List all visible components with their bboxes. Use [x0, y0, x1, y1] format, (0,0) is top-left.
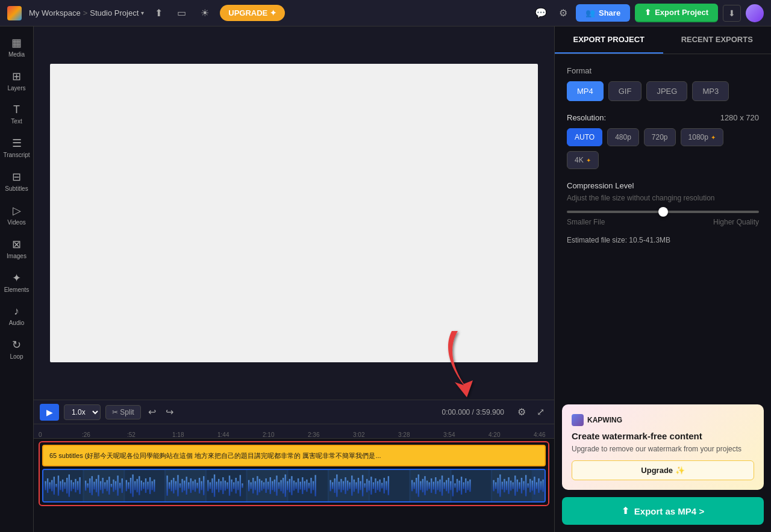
svg-rect-174: [448, 478, 449, 493]
svg-rect-99: [252, 478, 254, 493]
undo-button[interactable]: ↩: [146, 404, 158, 420]
tab-recent-exports[interactable]: RECENT EXPORTS: [663, 26, 772, 54]
res-4k-button[interactable]: 4K ✦: [567, 151, 599, 169]
svg-rect-184: [469, 480, 470, 492]
sidebar-item-subtitles[interactable]: ⊟ Subtitles: [2, 165, 32, 197]
resolution-buttons: AUTO 480p 720p 1080p ✦ 4K ✦: [567, 128, 759, 169]
svg-rect-65: [173, 478, 174, 493]
svg-rect-157: [411, 480, 413, 492]
svg-rect-151: [377, 481, 378, 490]
sidebar-item-elements[interactable]: ✦ Elements: [2, 267, 32, 298]
ruler-tick-11: 4:46: [534, 431, 545, 438]
sidebar-item-text[interactable]: T Text: [2, 99, 32, 129]
play-button[interactable]: ▶: [40, 404, 59, 421]
workspace-name[interactable]: My Workspace: [29, 8, 81, 17]
tab-export-project[interactable]: EXPORT PROJECT: [555, 26, 663, 54]
svg-rect-144: [362, 475, 363, 496]
subtitle-track[interactable]: 65 subtitles (好那今天呢呢各位同學能夠站在這個 地方來把自己的題目…: [42, 445, 546, 466]
smaller-file-label: Smaller File: [567, 218, 605, 226]
app-logo: [7, 6, 22, 20]
upgrade-button[interactable]: UPGRADE ✦: [220, 5, 285, 21]
format-mp3-button[interactable]: MP3: [692, 81, 729, 101]
res-auto-button[interactable]: AUTO: [567, 128, 602, 146]
sidebar-item-images[interactable]: ⊠ Images: [2, 233, 32, 264]
comment-icon[interactable]: 💬: [531, 4, 551, 22]
svg-rect-37: [100, 481, 101, 490]
sidebar-item-label: Text: [11, 118, 22, 125]
timeline-tracks: 65 subtitles (好那今天呢呢各位同學能夠站在這個 地方來把自己的題目…: [34, 439, 554, 532]
sidebar: ▦ Media ⊞ Layers T Text ☰ Transcript ⊟ S…: [0, 26, 34, 532]
timeline-expand-icon[interactable]: ⤢: [533, 403, 548, 421]
sidebar-item-videos[interactable]: ▷ Videos: [2, 199, 32, 230]
sidebar-item-loop[interactable]: ↻ Loop: [2, 333, 32, 365]
share-from-topbar-icon[interactable]: ⬆: [151, 4, 166, 22]
svg-rect-176: [452, 475, 454, 496]
share-button[interactable]: 👥 Share: [576, 4, 630, 22]
kapwing-logo-mark: [572, 414, 584, 426]
timeline-toolbar: ▶ 1.0x ✂ Split ↩ ↪ 0:00.000 / 3:59.900 ⚙: [34, 400, 554, 424]
svg-rect-186: [495, 482, 496, 489]
canvas-area: [34, 26, 554, 400]
svg-rect-64: [171, 480, 172, 492]
svg-rect-13: [45, 481, 46, 490]
svg-rect-70: [184, 481, 185, 491]
svg-rect-192: [508, 477, 509, 494]
timeline-settings-icon[interactable]: ⚙: [514, 403, 529, 421]
sidebar-item-layers[interactable]: ⊞ Layers: [2, 65, 32, 96]
format-gif-button[interactable]: GIF: [608, 81, 642, 101]
svg-rect-63: [169, 482, 170, 489]
svg-rect-51: [132, 474, 133, 496]
svg-rect-187: [498, 478, 499, 493]
sun-icon[interactable]: ☀: [197, 4, 213, 22]
promo-logo: KAPWING: [572, 414, 754, 426]
svg-rect-54: [139, 476, 140, 495]
export-tabs: EXPORT PROJECT RECENT EXPORTS: [555, 26, 771, 54]
download-button[interactable]: ⬇: [723, 5, 741, 22]
redo-button[interactable]: ↪: [163, 404, 176, 420]
format-jpeg-button[interactable]: JPEG: [646, 81, 687, 101]
presentation-icon[interactable]: ▭: [173, 4, 190, 22]
res-480p-button[interactable]: 480p: [607, 128, 639, 146]
svg-rect-98: [250, 482, 251, 489]
svg-rect-30: [85, 481, 86, 491]
export-as-mp4-button[interactable]: ⬆ Export as MP4 >: [562, 497, 764, 525]
svg-rect-21: [62, 480, 63, 492]
sidebar-item-audio[interactable]: ♪ Audio: [2, 300, 32, 331]
slider-thumb[interactable]: [658, 207, 668, 217]
ruler-tick-4: 1:44: [217, 431, 229, 438]
upgrade-promo-button[interactable]: Upgrade ✨: [572, 460, 754, 480]
svg-rect-66: [175, 481, 176, 490]
svg-rect-131: [334, 478, 336, 493]
res-1080p-button[interactable]: 1080p ✦: [681, 128, 723, 146]
export-project-button[interactable]: ⬆ Export Project: [635, 4, 718, 22]
settings-icon[interactable]: ⚙: [555, 4, 571, 22]
svg-rect-143: [360, 481, 361, 490]
project-name[interactable]: Studio Project ▾: [90, 8, 144, 17]
compression-title: Compression Level: [567, 181, 759, 190]
svg-rect-105: [265, 478, 266, 493]
svg-rect-139: [351, 475, 352, 495]
svg-rect-107: [270, 477, 271, 494]
svg-rect-14: [47, 478, 48, 493]
sidebar-item-media[interactable]: ▦ Media: [2, 31, 32, 63]
avatar[interactable]: [746, 4, 764, 22]
svg-rect-199: [523, 481, 524, 490]
svg-rect-130: [332, 482, 333, 489]
speed-selector[interactable]: 1.0x: [64, 404, 101, 420]
compression-section: Compression Level Adjust the file size w…: [567, 181, 759, 244]
transcript-icon: ☰: [12, 137, 22, 150]
sidebar-item-transcript[interactable]: ☰ Transcript: [2, 132, 32, 163]
video-track[interactable]: [42, 469, 546, 503]
higher-quality-label: Higher Quality: [713, 218, 759, 226]
svg-rect-190: [504, 479, 505, 492]
file-size-estimate: Estimated file size: 10.5-41.3MB: [567, 236, 759, 244]
breadcrumb: My Workspace > Studio Project ▾: [29, 8, 144, 17]
svg-rect-36: [98, 475, 99, 496]
format-mp4-button[interactable]: MP4: [567, 81, 604, 101]
sidebar-item-label: Elements: [4, 286, 30, 293]
ruler-tick-10: 4:20: [489, 431, 500, 438]
promo-description: Upgrade to remove our watermark from you…: [572, 445, 754, 453]
split-button[interactable]: ✂ Split: [105, 405, 141, 419]
res-720p-button[interactable]: 720p: [644, 128, 676, 146]
svg-rect-62: [166, 475, 167, 495]
